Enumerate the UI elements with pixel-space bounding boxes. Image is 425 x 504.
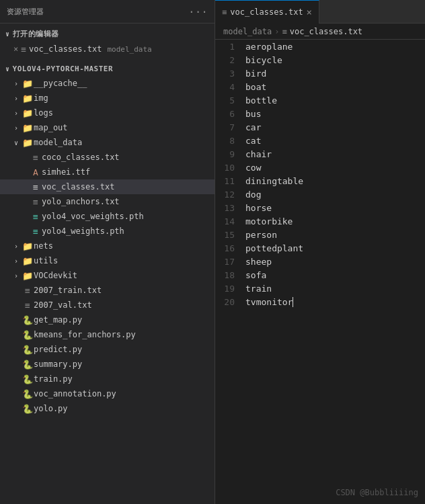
tree-item[interactable]: 🐍 summary.py: [0, 357, 215, 372]
open-editors-section: ∨ 打开的编辑器 × ≡ voc_classes.txt model_data: [0, 24, 215, 59]
code-line: 17sheep: [215, 255, 425, 268]
tree-item-label: yolo_anchors.txt: [42, 197, 120, 206]
tree-item[interactable]: › 📁 nets: [0, 239, 215, 253]
line-content: aeroplane: [245, 42, 293, 52]
open-editor-filepath: model_data: [107, 45, 151, 54]
tree-item[interactable]: ≡ 2007_train.txt: [0, 283, 215, 298]
line-content: motorbike: [245, 216, 293, 226]
breadcrumb-file: voc_classes.txt: [290, 27, 362, 36]
code-line: 14motorbike: [215, 214, 425, 228]
tree-chevron: ›: [11, 243, 22, 250]
tree-item[interactable]: › 📁 utils: [0, 253, 215, 268]
tree-file-icon: 📁: [22, 108, 34, 118]
tree-item[interactable]: ≡ coco_classes.txt: [0, 150, 215, 165]
tree-item-label: yolo4_weights.pth: [42, 226, 124, 236]
editor-area: model_data › ≡ voc_classes.txt 1aeroplan…: [215, 24, 425, 504]
code-line: 1aeroplane: [215, 40, 425, 53]
code-line: 3bird: [215, 67, 425, 80]
line-number: 5: [215, 95, 245, 106]
open-editors-label: 打开的编辑器: [13, 29, 59, 39]
tree-item[interactable]: ∨ 📁 model_data: [0, 135, 215, 150]
line-number: 8: [215, 136, 245, 146]
breadcrumb-file-icon: ≡: [282, 27, 286, 36]
sidebar-dots-button[interactable]: ···: [188, 5, 208, 18]
top-bar: 资源管理器 ··· ≡ voc_classes.txt ×: [0, 0, 425, 24]
file-tree: › 📁 __pycache__ › 📁 img › 📁 logs › 📁 map…: [0, 76, 215, 416]
tree-file-icon: 🐍: [22, 315, 34, 325]
sidebar-title: 资源管理器: [7, 7, 188, 17]
tree-item[interactable]: › 📁 logs: [0, 106, 215, 120]
editor-tabs: ≡ voc_classes.txt ×: [215, 0, 425, 23]
code-line: 20tvmonitor: [215, 295, 425, 308]
code-line: 10cow: [215, 161, 425, 174]
line-content: bus: [245, 109, 261, 119]
explorer-section: ∨ YOLOV4-PYTORCH-MASTER › 📁 __pycache__ …: [0, 62, 215, 416]
tree-chevron: ›: [11, 257, 22, 265]
tab-close-button[interactable]: ×: [307, 7, 312, 17]
explorer-label: YOLOV4-PYTORCH-MASTER: [13, 65, 114, 73]
line-content: person: [245, 230, 277, 240]
line-content: cow: [245, 163, 261, 173]
tree-item[interactable]: › 📁 map_out: [0, 120, 215, 135]
code-line: 6bus: [215, 107, 425, 120]
tree-item[interactable]: › 📁 img: [0, 91, 215, 106]
line-number: 2: [215, 55, 245, 65]
line-content: bottle: [245, 95, 277, 106]
tree-item-label: yolo4_voc_weights.pth: [42, 212, 144, 221]
tree-item[interactable]: › 📁 __pycache__: [0, 76, 215, 91]
tree-file-icon: ≡: [22, 286, 34, 296]
breadcrumb: model_data › ≡ voc_classes.txt: [215, 24, 425, 40]
tree-chevron: ›: [11, 272, 22, 280]
tree-item[interactable]: ≡ 2007_val.txt: [0, 298, 215, 312]
line-number: 1: [215, 42, 245, 52]
line-number: 17: [215, 257, 245, 267]
tree-item[interactable]: 🐍 train.py: [0, 372, 215, 386]
line-number: 4: [215, 82, 245, 92]
tree-item-label: utils: [34, 256, 58, 265]
tab-voc-classes[interactable]: ≡ voc_classes.txt ×: [215, 0, 319, 24]
tree-file-icon: ≡: [30, 182, 42, 192]
tree-item[interactable]: 🐍 predict.py: [0, 342, 215, 357]
tree-file-icon: ≡: [30, 153, 42, 163]
tree-chevron: ∨: [11, 139, 22, 146]
tree-item-label: 2007_val.txt: [34, 300, 92, 310]
tree-item-label: __pycache__: [34, 79, 87, 88]
line-number: 3: [215, 69, 245, 79]
tree-item[interactable]: ≡ yolo4_voc_weights.pth: [0, 209, 215, 224]
open-editor-item[interactable]: × ≡ voc_classes.txt model_data: [0, 42, 215, 56]
code-line: 12dog: [215, 187, 425, 201]
tree-item[interactable]: ≡ yolo4_weights.pth: [0, 224, 215, 239]
breadcrumb-sep: ›: [274, 27, 279, 36]
tree-item-label: simhei.ttf: [42, 167, 90, 177]
tree-file-icon: 📁: [22, 79, 34, 89]
editor-content: 1aeroplane2bicycle3bird4boat5bottle6bus7…: [215, 40, 425, 308]
tree-item[interactable]: 🐍 get_map.py: [0, 312, 215, 327]
open-editors-header[interactable]: ∨ 打开的编辑器: [0, 26, 215, 42]
code-line: 18sofa: [215, 268, 425, 282]
tree-item[interactable]: A simhei.ttf: [0, 165, 215, 179]
tree-item[interactable]: 🐍 kmeans_for_anchors.py: [0, 327, 215, 342]
line-number: 13: [215, 203, 245, 213]
code-line: 9chair: [215, 147, 425, 161]
line-number: 7: [215, 122, 245, 132]
line-number: 14: [215, 216, 245, 226]
code-line: 8cat: [215, 134, 425, 147]
tree-file-icon: 📁: [22, 93, 34, 103]
tree-chevron: ›: [11, 110, 22, 117]
tree-item-label: logs: [34, 108, 53, 118]
line-number: 9: [215, 149, 245, 159]
tree-item-label: img: [34, 93, 48, 103]
open-editor-close[interactable]: ×: [13, 44, 18, 54]
tree-item-label: nets: [34, 241, 53, 251]
tree-item-label: map_out: [34, 123, 68, 132]
tree-item[interactable]: ≡ voc_classes.txt: [0, 179, 215, 194]
tree-item[interactable]: ≡ yolo_anchors.txt: [0, 194, 215, 209]
tree-item[interactable]: 🐍 yolo.py: [0, 401, 215, 416]
tree-item[interactable]: 🐍 voc_annotation.py: [0, 386, 215, 401]
tree-item-label: VOCdevkit: [34, 271, 77, 280]
tree-item[interactable]: › 📁 VOCdevkit: [0, 268, 215, 283]
tree-file-icon: 🐍: [22, 345, 34, 355]
explorer-header[interactable]: ∨ YOLOV4-PYTORCH-MASTER: [0, 62, 215, 76]
tree-file-icon: ≡: [30, 226, 42, 237]
tree-file-icon: ≡: [30, 197, 42, 207]
